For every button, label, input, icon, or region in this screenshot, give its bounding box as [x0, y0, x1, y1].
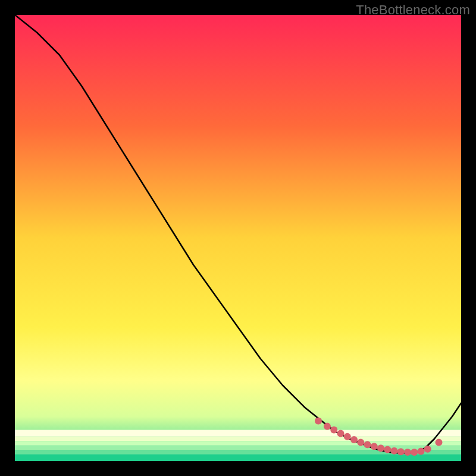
data-point	[384, 446, 391, 453]
data-point	[337, 430, 345, 437]
background-stripe	[15, 430, 461, 437]
data-point	[350, 436, 358, 443]
background-stripe	[15, 455, 461, 461]
data-point	[364, 441, 371, 448]
data-point	[424, 446, 431, 453]
data-point	[436, 439, 443, 446]
background-stripe	[15, 441, 461, 446]
data-point	[324, 423, 331, 430]
data-point	[404, 449, 411, 456]
data-point	[418, 448, 425, 455]
gradient-background	[15, 15, 461, 461]
data-point	[344, 433, 351, 440]
data-point	[377, 444, 384, 452]
data-point	[330, 427, 337, 434]
background-stripe	[15, 437, 461, 441]
data-point	[357, 439, 364, 446]
data-point	[397, 448, 405, 455]
chart-svg	[15, 15, 461, 461]
data-point	[371, 443, 378, 450]
data-point	[411, 449, 418, 456]
watermark-text: TheBottleneck.com	[356, 2, 470, 18]
chart-frame: TheBottleneck.com	[0, 0, 476, 476]
plot-area	[15, 15, 461, 461]
data-point	[391, 447, 398, 455]
data-point	[315, 418, 322, 425]
